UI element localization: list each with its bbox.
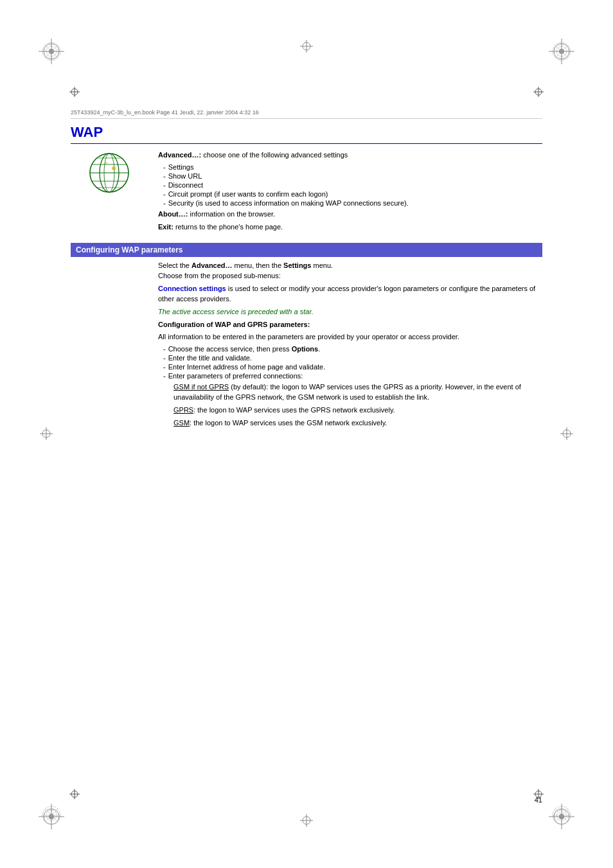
select-advanced-block: Select the Advanced… menu, then the Sett… bbox=[158, 261, 542, 281]
advanced-label-suffix: choose one of the following advanced set… bbox=[201, 151, 348, 159]
file-info: 25T433924_myC-3b_lu_en.book Page 41 Jeud… bbox=[71, 109, 542, 119]
advanced-heading: Advanced…: choose one of the following a… bbox=[158, 150, 542, 161]
exit-block: Exit: returns to the phone's home page. bbox=[158, 222, 542, 233]
top-section: Advanced…: choose one of the following a… bbox=[71, 150, 542, 235]
list-item-show-url: Show URL bbox=[168, 172, 202, 180]
dash: - bbox=[163, 345, 166, 353]
dash: - bbox=[163, 163, 166, 171]
step-3: - Enter Internet address of home page an… bbox=[158, 363, 542, 371]
list-item-security: Security (is used to access information … bbox=[168, 199, 409, 207]
dash: - bbox=[163, 363, 166, 371]
config-heading-label: Configuration of WAP and GPRS parameters… bbox=[158, 321, 310, 328]
dash: - bbox=[163, 354, 166, 362]
step-3-text: Enter Internet address of home page and … bbox=[168, 363, 326, 371]
active-service-note: The active access service is preceded wi… bbox=[158, 307, 542, 317]
edge-mark-bottom bbox=[300, 814, 313, 828]
advanced-list: - Settings - Show URL - Disconnect - Cir… bbox=[158, 163, 542, 207]
config-left-col bbox=[71, 261, 148, 431]
list-item-settings: Settings bbox=[168, 163, 194, 171]
svg-point-77 bbox=[105, 162, 107, 164]
config-right-col: Select the Advanced… menu, then the Sett… bbox=[158, 261, 542, 431]
gprs-label: GPRS bbox=[173, 406, 193, 414]
globe-col bbox=[71, 150, 148, 235]
globe-icon bbox=[87, 150, 132, 195]
spider-tr bbox=[550, 40, 573, 64]
dash: - bbox=[163, 190, 166, 198]
step-2: - Enter the title and validate. bbox=[158, 354, 542, 362]
list-item: - Circuit prompt (if user wants to confi… bbox=[158, 190, 542, 198]
connection-settings-label: Connection settings bbox=[158, 285, 226, 292]
spider-bl bbox=[40, 804, 63, 828]
gsm-block: GSM: the logon to WAP services uses the … bbox=[173, 418, 542, 429]
edge-mark-left bbox=[40, 427, 53, 441]
config-heading-block: Configuration of WAP and GPRS parameters… bbox=[158, 320, 542, 330]
spider-br bbox=[550, 804, 573, 828]
step-1-text: Choose the access service, then press Op… bbox=[168, 345, 321, 353]
list-item: - Show URL bbox=[158, 172, 542, 180]
edge-mark-right bbox=[560, 427, 573, 441]
list-item-disconnect: Disconnect bbox=[168, 181, 203, 189]
exit-text: returns to the phone's home page. bbox=[173, 223, 283, 231]
inner-mark-tl bbox=[69, 87, 80, 98]
page-number: 41 bbox=[535, 796, 542, 804]
advanced-label: Advanced…: bbox=[158, 151, 201, 159]
advanced-col: Advanced…: choose one of the following a… bbox=[158, 150, 542, 235]
content-area: 25T433924_myC-3b_lu_en.book Page 41 Jeud… bbox=[71, 109, 542, 791]
svg-point-76 bbox=[112, 166, 116, 170]
gsm-not-gprs-block: GSM if not GPRS (by default): the logon … bbox=[173, 382, 542, 403]
gprs-block: GPRS: the logon to WAP services uses the… bbox=[173, 405, 542, 416]
configuring-section: Select the Advanced… menu, then the Sett… bbox=[71, 261, 542, 431]
gsm-text: : the logon to WAP services uses the GSM… bbox=[190, 419, 387, 427]
advanced-menu-label: Advanced… bbox=[191, 261, 233, 269]
about-label: About…: bbox=[158, 210, 188, 218]
config-steps-list: - Choose the access service, then press … bbox=[158, 345, 542, 380]
gsm-label: GSM bbox=[173, 419, 190, 427]
gsm-not-gprs-label: GSM if not GPRS bbox=[173, 383, 229, 391]
step-1: - Choose the access service, then press … bbox=[158, 345, 542, 353]
connection-types-block: GSM if not GPRS (by default): the logon … bbox=[158, 382, 542, 429]
dash: - bbox=[163, 181, 166, 189]
dash: - bbox=[163, 372, 166, 380]
inner-mark-tr bbox=[533, 87, 544, 98]
edge-mark-top bbox=[300, 40, 313, 54]
page-container: 25T433924_myC-3b_lu_en.book Page 41 Jeud… bbox=[0, 0, 613, 868]
config-intro-block: All information to be entered in the par… bbox=[158, 332, 542, 342]
dash: - bbox=[163, 199, 166, 207]
step-4: - Enter parameters of preferred connecti… bbox=[158, 372, 542, 380]
list-item-circuit-prompt: Circuit prompt (if user wants to confirm… bbox=[168, 190, 328, 198]
list-item: - Settings bbox=[158, 163, 542, 171]
exit-label: Exit: bbox=[158, 223, 173, 231]
section-header: Configuring WAP parameters bbox=[71, 243, 542, 257]
step-2-text: Enter the title and validate. bbox=[168, 354, 252, 362]
spider-tl bbox=[40, 40, 63, 64]
gprs-text: : the logon to WAP services uses the GPR… bbox=[193, 406, 395, 414]
settings-menu-label: Settings bbox=[283, 261, 311, 269]
dash: - bbox=[163, 172, 166, 180]
wap-title: WAP bbox=[71, 124, 542, 144]
about-text: information on the browser. bbox=[188, 210, 275, 218]
connection-settings-block: Connection settings is used to select or… bbox=[158, 284, 542, 305]
list-item: - Security (is used to access informatio… bbox=[158, 199, 542, 207]
about-block: About…: information on the browser. bbox=[158, 209, 542, 220]
list-item: - Disconnect bbox=[158, 181, 542, 189]
step-4-text: Enter parameters of preferred connection… bbox=[168, 372, 303, 380]
